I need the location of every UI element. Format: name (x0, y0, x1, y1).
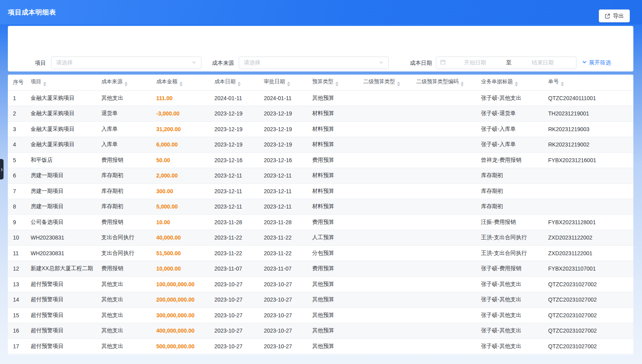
table-row[interactable]: 15超付预警项目其他支出300,000,000.002023-10-272023… (8, 307, 633, 323)
cell-doc_title: 张子硕-其他支出 (476, 292, 543, 308)
sort-carets-icon[interactable] (287, 82, 290, 86)
cell-doc_title: 张子硕-入库单 (476, 137, 543, 153)
cell-sub_budget_type (358, 199, 411, 215)
sort-carets-icon[interactable] (515, 82, 518, 86)
start-date-placeholder: 开始日期 (446, 59, 505, 66)
cost-date-filter-label: 成本日期 (406, 57, 432, 69)
cell-doc_no: QTZC20231027002 (543, 323, 633, 339)
cell-sub_budget_type_code (411, 261, 476, 277)
cell-doc_title: 王洪-支出合同执行 (476, 245, 543, 261)
cell-sub_budget_type_code (411, 292, 476, 308)
column-header-doc_no[interactable]: 单号 (543, 75, 633, 90)
cost-source-filter-label: 成本来源 (207, 57, 234, 69)
table-row[interactable]: 6房建一期项目库存期初2,000.002023-12-112023-12-11材… (8, 168, 633, 184)
table-row[interactable]: 13超付预警项目其他支出100,000,000.002023-10-272023… (8, 276, 633, 292)
cell-cost_date: 2023-10-27 (209, 292, 259, 308)
cell-index: 7 (8, 183, 26, 199)
sort-carets-icon[interactable] (179, 82, 183, 86)
export-label: 导出 (613, 13, 624, 20)
cell-doc_title: 张子硕-退货单 (476, 106, 543, 122)
column-header-cost_date[interactable]: 成本日期 (209, 75, 259, 90)
cost-detail-table: 序号项目成本来源成本金额成本日期审批日期预算类型二级预算类型二级预算类型编码业务… (8, 75, 633, 355)
cell-index: 17 (8, 338, 26, 354)
cell-doc_no: ZXD20231122002 (543, 230, 633, 246)
sort-carets-icon[interactable] (461, 82, 464, 86)
table-row[interactable]: 2金融大厦采购项目退货单-3,000.002023-12-192023-12-1… (8, 106, 633, 122)
cell-doc_title: 汪振-费用报销 (476, 214, 543, 230)
cell-cost_amount: 6,000.00 (151, 137, 209, 153)
sort-carets-icon[interactable] (335, 82, 338, 86)
cell-sub_budget_type (358, 121, 411, 137)
cell-project: 金融大厦采购项目 (26, 90, 96, 106)
cell-sub_budget_type_code (411, 230, 476, 246)
cell-sub_budget_type_code (411, 276, 476, 292)
cell-cost_source: 支出合同执行 (96, 245, 151, 261)
cell-budget_type: 材料预算 (307, 121, 358, 137)
table-row[interactable]: 16超付预警项目其他支出400,000,000.002023-10-272023… (8, 323, 633, 339)
table-row[interactable]: 7房建一期项目库存期初300.002023-12-112023-12-11材料预… (8, 183, 633, 199)
table-row[interactable]: 14超付预警项目其他支出200,000,000.002023-10-272023… (8, 292, 633, 308)
column-header-sub_budget_type[interactable]: 二级预算类型 (358, 75, 411, 90)
table-row[interactable]: 4金融大厦采购项目入库单6,000.002023-12-192023-12-19… (8, 137, 633, 153)
table-row[interactable]: 1金融大厦采购项目其他支出111.002024-01-112024-01-11其… (8, 90, 633, 106)
cell-index: 9 (8, 214, 26, 230)
sort-carets-icon[interactable] (238, 82, 241, 86)
sort-carets-icon[interactable] (124, 82, 128, 86)
cell-sub_budget_type_code (411, 214, 476, 230)
cell-cost_source: 库存期初 (96, 199, 151, 215)
column-header-sub_budget_type_code[interactable]: 二级预算类型编码 (411, 75, 476, 90)
sort-carets-icon[interactable] (397, 82, 400, 86)
cell-doc_no: QTZC20231027002 (543, 307, 633, 323)
cell-budget_type: 费用预算 (307, 261, 358, 277)
cell-sub_budget_type (358, 214, 411, 230)
table-row[interactable]: 5和平饭店费用报销50.002023-12-162023-12-16费用预算曾祥… (8, 152, 633, 168)
table-row[interactable]: 3金融大厦采购项目入库单31,200.002023-12-192023-12-1… (8, 121, 633, 137)
cell-index: 16 (8, 323, 26, 339)
cell-project: WH20230831 (26, 230, 96, 246)
cost-source-select[interactable]: 请选择 (239, 57, 389, 69)
cell-cost_amount: 10.00 (151, 214, 209, 230)
cell-sub_budget_type (358, 307, 411, 323)
table-body: 1金融大厦采购项目其他支出111.002024-01-112024-01-11其… (8, 90, 633, 354)
column-label: 二级预算类型编码 (416, 79, 459, 84)
cell-sub_budget_type (358, 276, 411, 292)
sidebar-expand-handle[interactable]: ❯ (0, 159, 4, 179)
column-header-cost_amount[interactable]: 成本金额 (151, 75, 209, 90)
project-select[interactable]: 请选择 (51, 57, 201, 69)
column-header-approval_date[interactable]: 审批日期 (259, 75, 307, 90)
column-header-cost_source[interactable]: 成本来源 (96, 75, 151, 90)
cost-date-range-input[interactable]: 开始日期 至 结束日期 (436, 57, 576, 69)
cell-cost_source: 费用报销 (96, 261, 151, 277)
cell-doc_title: 张子硕-其他支出 (476, 338, 543, 354)
cell-cost_date: 2023-12-19 (209, 137, 259, 153)
column-header-budget_type[interactable]: 预算类型 (307, 75, 358, 90)
cell-budget_type: 人工预算 (307, 230, 358, 246)
export-button[interactable]: 导出 (599, 9, 630, 22)
cell-cost_amount: 31,200.00 (151, 121, 209, 137)
cell-project: 超付预警项目 (26, 292, 96, 308)
table-row[interactable]: 12新建XX总部大厦工程二期费用报销10,000.002023-11-07202… (8, 261, 633, 277)
table-row[interactable]: 17超付预警项目其他支出500,000,000.002023-10-272023… (8, 338, 633, 354)
table-row[interactable]: 9公司备选项目费用报销10.002023-11-282023-11-28费用预算… (8, 214, 633, 230)
sort-carets-icon[interactable] (561, 82, 564, 86)
chevron-down-icon (379, 59, 384, 66)
cell-sub_budget_type (358, 106, 411, 122)
expand-filters-link[interactable]: 展开筛选 (582, 57, 611, 69)
table-row[interactable]: 8房建一期项目库存期初5,000.002023-12-112023-12-11材… (8, 199, 633, 215)
table-row[interactable]: 10WH20230831支出合同执行40,000.002023-11-22202… (8, 230, 633, 246)
cell-approval_date: 2023-10-27 (259, 338, 307, 354)
sort-carets-icon[interactable] (43, 82, 46, 86)
column-label: 成本金额 (156, 79, 177, 84)
column-header-doc_title[interactable]: 业务单据标题 (476, 75, 543, 90)
cell-approval_date: 2023-11-28 (259, 214, 307, 230)
cell-cost_source: 其他支出 (96, 276, 151, 292)
date-separator: 至 (505, 59, 513, 66)
cell-approval_date: 2023-12-11 (259, 199, 307, 215)
cell-cost_source: 支出合同执行 (96, 230, 151, 246)
table-row[interactable]: 11WH20230831支出合同执行51,500.002023-11-22202… (8, 245, 633, 261)
cell-doc_no: QTZC20231027002 (543, 338, 633, 354)
cell-sub_budget_type (358, 245, 411, 261)
cell-cost_amount: 400,000,000.00 (151, 323, 209, 339)
column-header-project[interactable]: 项目 (26, 75, 96, 90)
cell-budget_type: 其他预算 (307, 276, 358, 292)
